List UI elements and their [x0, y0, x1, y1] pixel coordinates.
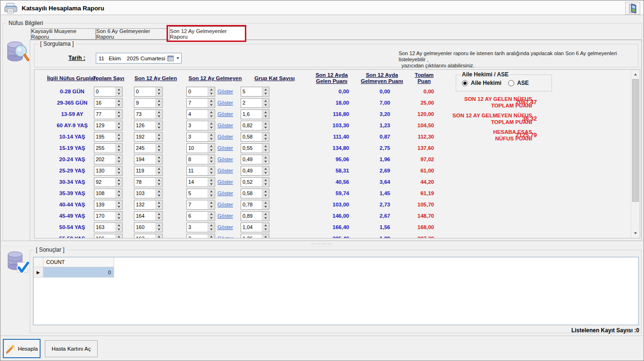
spin-down-icon[interactable]	[209, 194, 214, 197]
spin-up-icon[interactable]	[116, 110, 122, 114]
spin-down-icon[interactable]	[263, 92, 268, 96]
spin-up-icon[interactable]	[116, 167, 122, 171]
spin-down-icon[interactable]	[209, 137, 214, 141]
spin-down-icon[interactable]	[209, 115, 214, 118]
son-12-ay-gelen-spinner[interactable]: 192	[134, 132, 163, 142]
grup-kat-sayisi-spinner[interactable]: 2	[241, 98, 269, 108]
grup-kat-sayisi-spinner[interactable]: 5	[241, 87, 269, 97]
spin-down-icon[interactable]	[116, 216, 122, 220]
vertical-scrollbar[interactable]	[631, 70, 639, 238]
grup-kat-sayisi-spinner[interactable]: 0,58	[241, 132, 269, 142]
spin-down-icon[interactable]	[209, 171, 214, 175]
spin-up-icon[interactable]	[156, 167, 162, 171]
spin-up-icon[interactable]	[263, 235, 268, 238]
spinner-value[interactable]: 103	[134, 189, 155, 198]
spinner-value[interactable]: 0	[134, 87, 155, 96]
spinner-value[interactable]: 195	[94, 132, 115, 141]
goster-link[interactable]: Göster	[217, 145, 233, 151]
toplam-sayi-spinner[interactable]: 92	[94, 177, 123, 187]
spin-up-icon[interactable]	[209, 201, 214, 205]
spin-down-icon[interactable]	[209, 126, 214, 130]
grup-kat-sayisi-spinner[interactable]: 0,78	[241, 200, 269, 210]
spin-up-icon[interactable]	[209, 178, 214, 182]
son-12-ay-gelmeyen-spinner[interactable]: 0	[186, 87, 215, 97]
spin-down-icon[interactable]	[116, 228, 122, 231]
spinner-value[interactable]: 166	[94, 234, 115, 238]
spin-down-icon[interactable]	[263, 160, 268, 164]
son-12-ay-gelmeyen-spinner[interactable]: 10	[186, 143, 215, 153]
goster-link[interactable]: Göster	[217, 100, 233, 106]
son-12-ay-gelmeyen-spinner[interactable]: 6	[186, 211, 215, 221]
spin-down-icon[interactable]	[156, 137, 162, 141]
spinner-value[interactable]: 160	[134, 223, 155, 232]
spin-down-icon[interactable]	[263, 115, 268, 118]
spin-up-icon[interactable]	[116, 189, 122, 193]
grup-kat-sayisi-spinner[interactable]: 0,58	[241, 189, 269, 198]
spin-down-icon[interactable]	[116, 92, 122, 96]
grup-kat-sayisi-spinner[interactable]: 1,26	[241, 234, 269, 238]
goster-link[interactable]: Göster	[217, 123, 233, 128]
spinner-value[interactable]: 163	[94, 223, 115, 232]
grup-kat-sayisi-spinner[interactable]: 0,52	[241, 177, 269, 187]
goster-link[interactable]: Göster	[217, 111, 233, 117]
toplam-sayi-spinner[interactable]: 108	[94, 189, 123, 198]
hesapla-button[interactable]: Hesapla	[3, 339, 41, 358]
spin-up-icon[interactable]	[156, 122, 162, 125]
son-12-ay-gelen-spinner[interactable]: 119	[134, 166, 163, 176]
spin-up-icon[interactable]	[116, 133, 122, 137]
son-12-ay-gelen-spinner[interactable]: 163	[134, 234, 163, 238]
grid-data-row[interactable]: ▶ 0	[33, 267, 114, 278]
tab-kaysayili-muayene-raporu[interactable]: Kaysayili Muayene Raporu	[31, 28, 96, 40]
spinner-value[interactable]: 129	[94, 121, 115, 130]
spinner-value[interactable]: 4	[187, 110, 208, 119]
spin-down-icon[interactable]	[156, 115, 162, 118]
spin-up-icon[interactable]	[209, 144, 214, 148]
spinner-value[interactable]: 202	[94, 155, 115, 164]
son-12-ay-gelmeyen-spinner[interactable]: 11	[186, 166, 215, 176]
spinner-value[interactable]: 0,58	[241, 132, 262, 141]
spinner-value[interactable]: 255	[94, 144, 115, 153]
toplam-sayi-spinner[interactable]: 166	[94, 234, 123, 238]
spinner-value[interactable]: 163	[134, 234, 155, 238]
spin-down-icon[interactable]	[156, 194, 162, 197]
spinner-value[interactable]: 7	[187, 98, 208, 107]
spinner-value[interactable]: 0	[187, 87, 208, 96]
spin-up-icon[interactable]	[209, 110, 214, 114]
scroll-down-arrow-icon[interactable]	[632, 230, 639, 237]
date-picker[interactable]: 11 Ekim 2025 Cumartesi ▼	[96, 53, 182, 64]
spin-up-icon[interactable]	[209, 235, 214, 238]
spin-down-icon[interactable]	[209, 160, 214, 164]
spin-down-icon[interactable]	[156, 160, 162, 164]
spin-up-icon[interactable]	[263, 189, 268, 193]
spin-up-icon[interactable]	[156, 110, 162, 114]
spin-down-icon[interactable]	[116, 171, 122, 175]
spin-up-icon[interactable]	[263, 144, 268, 148]
spinner-value[interactable]: 1,26	[241, 234, 262, 238]
spin-up-icon[interactable]	[156, 133, 162, 137]
son-12-ay-gelmeyen-spinner[interactable]: 8	[186, 155, 215, 164]
spin-down-icon[interactable]	[116, 115, 122, 118]
spin-up-icon[interactable]	[209, 189, 214, 193]
spinner-value[interactable]: 14	[187, 178, 208, 187]
goster-link[interactable]: Göster	[217, 224, 233, 230]
spin-up-icon[interactable]	[263, 88, 268, 91]
son-12-ay-gelen-spinner[interactable]: 103	[134, 189, 163, 198]
spin-down-icon[interactable]	[263, 216, 268, 220]
spin-up-icon[interactable]	[156, 235, 162, 238]
goster-link[interactable]: Göster	[217, 168, 233, 173]
son-12-ay-gelmeyen-spinner[interactable]: 3	[186, 222, 215, 232]
spin-up-icon[interactable]	[263, 201, 268, 205]
spinner-value[interactable]: 11	[187, 166, 208, 175]
son-12-ay-gelmeyen-spinner[interactable]: 7	[186, 98, 215, 108]
son-12-ay-gelmeyen-spinner[interactable]: 14	[186, 177, 215, 187]
spin-down-icon[interactable]	[209, 205, 214, 209]
spin-up-icon[interactable]	[263, 223, 268, 227]
spin-up-icon[interactable]	[263, 156, 268, 159]
spin-up-icon[interactable]	[116, 178, 122, 182]
spin-up-icon[interactable]	[263, 167, 268, 171]
son-12-ay-gelen-spinner[interactable]: 0	[134, 87, 163, 97]
scroll-up-arrow-icon[interactable]	[632, 71, 639, 78]
scrollbar-thumb[interactable]	[632, 79, 639, 202]
spin-up-icon[interactable]	[116, 235, 122, 238]
spin-down-icon[interactable]	[156, 103, 162, 107]
